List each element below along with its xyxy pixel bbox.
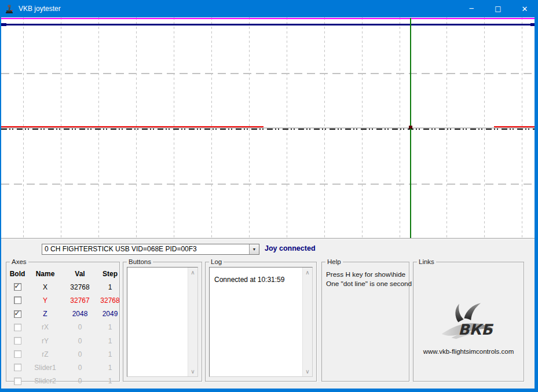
website-link[interactable]: www.vkb-flightsimcontrols.com xyxy=(413,348,524,355)
vkb-logo-text: ВКБ xyxy=(458,321,493,338)
axis-x-val: 32768 xyxy=(70,283,89,291)
app-window: VKB joytester ─ □ ✕ 0 CH FIGHTERSTICK US… xyxy=(0,0,538,392)
buttons-group-title: Buttons xyxy=(127,258,153,266)
window-border-left xyxy=(0,17,1,392)
trace-z-bold-right xyxy=(530,23,535,26)
trace-y-segment-left xyxy=(1,126,263,127)
help-line-2: One "dot line" is one second xyxy=(326,280,412,289)
window-border-bottom xyxy=(0,389,538,392)
horizontal-gridline xyxy=(1,184,535,185)
trace-x-dotline xyxy=(1,129,535,130)
joystick-app-icon xyxy=(4,3,14,14)
scroll-down-icon[interactable]: ∨ xyxy=(303,367,312,376)
axis-slider1-name: Slider1 xyxy=(34,364,56,372)
trace-y-segment-right xyxy=(494,126,535,127)
axes-oscilloscope-graph xyxy=(1,17,535,239)
axis-y-val: 32767 xyxy=(70,296,89,305)
axes-header-val: Val xyxy=(75,270,85,278)
chevron-down-icon: ▼ xyxy=(252,247,257,251)
help-line-1: Press H key for show\hide xyxy=(326,270,412,280)
buttons-scrollbar[interactable]: ∧ ∨ xyxy=(188,268,197,376)
axis-rx-name: rX xyxy=(42,323,49,331)
close-icon: ✕ xyxy=(522,5,528,13)
connection-status: Joy connected xyxy=(265,244,316,252)
device-select-value: 0 CH FIGHTERSTICK USB VID=068E PID=00F3 xyxy=(45,244,197,254)
top-marker-line xyxy=(1,18,535,19)
buttons-group: Buttons ∧ ∨ xyxy=(123,262,202,382)
axes-header-name: Name xyxy=(36,270,55,278)
buttons-listbox[interactable]: ∧ ∨ xyxy=(127,267,198,377)
minimize-icon: ─ xyxy=(469,5,473,13)
log-scrollbar[interactable]: ∧ ∨ xyxy=(302,268,312,376)
control-panel: 0 CH FIGHTERSTICK USB VID=068E PID=00F3 … xyxy=(1,239,535,389)
axis-z-step: 2049 xyxy=(103,310,118,318)
axis-slider1-val: 0 xyxy=(78,364,82,372)
window-controls: ─ □ ✕ xyxy=(458,0,538,17)
scroll-down-icon[interactable]: ∨ xyxy=(188,367,197,376)
axis-slider2-name: Slider2 xyxy=(34,377,56,385)
device-select[interactable]: 0 CH FIGHTERSTICK USB VID=068E PID=00F3 … xyxy=(42,244,259,255)
axes-group-title: Axes xyxy=(10,258,28,266)
window-title: VKB joytester xyxy=(19,5,458,13)
dropdown-button[interactable]: ▼ xyxy=(249,244,259,254)
maximize-icon: □ xyxy=(495,5,501,13)
maximize-button[interactable]: □ xyxy=(485,0,511,17)
axes-group: Axes Bold Name Val Step ✓X327681✓Y327673… xyxy=(6,262,120,382)
help-group: Help Press H key for show\hide One "dot … xyxy=(321,262,409,382)
help-group-title: Help xyxy=(325,258,343,266)
bold-checkbox-slider2[interactable]: ✓ xyxy=(14,378,21,385)
axes-header-step: Step xyxy=(103,270,118,278)
trace-z-bold-left xyxy=(1,23,6,26)
axis-rx-step: 1 xyxy=(108,323,112,331)
axis-ry-name: rY xyxy=(42,337,49,345)
bold-checkbox-slider1[interactable]: ✓ xyxy=(14,364,21,371)
bold-checkbox-rz[interactable]: ✓ xyxy=(14,350,21,358)
check-icon: ✓ xyxy=(14,282,20,290)
axis-ry-step: 1 xyxy=(108,337,112,345)
axis-slider2-step: 1 xyxy=(108,377,112,385)
bold-checkbox-x[interactable]: ✓ xyxy=(14,283,21,291)
axis-slider2-val: 0 xyxy=(78,377,82,385)
axes-header-bold: Bold xyxy=(10,270,25,278)
log-group: Log Connected at 10:31:59 ∧ ∨ xyxy=(205,262,317,382)
horizontal-gridline xyxy=(1,73,535,74)
bold-checkbox-ry[interactable]: ✓ xyxy=(14,337,21,345)
axes-table: Bold Name Val Step ✓X327681✓Y3276732768✓… xyxy=(8,267,118,388)
log-listbox[interactable]: Connected at 10:31:59 ∧ ∨ xyxy=(209,267,313,377)
scroll-up-icon[interactable]: ∧ xyxy=(303,268,312,277)
links-group: Links ВКБ www.vkb-flightsimcontrols.com xyxy=(413,262,524,382)
trace-z-line xyxy=(1,24,535,25)
close-button[interactable]: ✕ xyxy=(511,0,538,17)
axis-z-name: Z xyxy=(43,310,47,318)
bold-checkbox-rx[interactable]: ✓ xyxy=(14,324,21,331)
axis-x-step: 1 xyxy=(108,283,112,291)
titlebar: VKB joytester ─ □ ✕ xyxy=(0,0,538,17)
axis-rz-name: rZ xyxy=(42,350,48,358)
check-icon: ✓ xyxy=(14,309,20,317)
vkb-logo: ВКБ xyxy=(437,302,500,346)
axis-slider1-step: 1 xyxy=(108,364,112,372)
axis-z-val: 2048 xyxy=(72,310,88,318)
time-cursor-dot xyxy=(409,126,412,129)
axis-y-name: Y xyxy=(43,296,47,305)
window-border-right xyxy=(535,17,538,392)
log-entry: Connected at 10:31:59 xyxy=(214,276,284,284)
help-text: Press H key for show\hide One "dot line"… xyxy=(326,270,412,288)
axis-rz-val: 0 xyxy=(78,350,82,358)
axis-x-name: X xyxy=(43,283,47,291)
axis-y-step: 32768 xyxy=(100,296,119,305)
axis-rz-step: 1 xyxy=(108,350,112,358)
links-group-title: Links xyxy=(417,258,436,266)
scroll-up-icon[interactable]: ∧ xyxy=(188,268,197,277)
axis-ry-val: 0 xyxy=(78,337,82,345)
log-group-title: Log xyxy=(209,258,224,266)
bold-checkbox-y[interactable]: ✓ xyxy=(14,296,21,304)
axis-rx-val: 0 xyxy=(78,323,82,331)
minimize-button[interactable]: ─ xyxy=(458,0,485,17)
bold-checkbox-z[interactable]: ✓ xyxy=(14,310,21,318)
